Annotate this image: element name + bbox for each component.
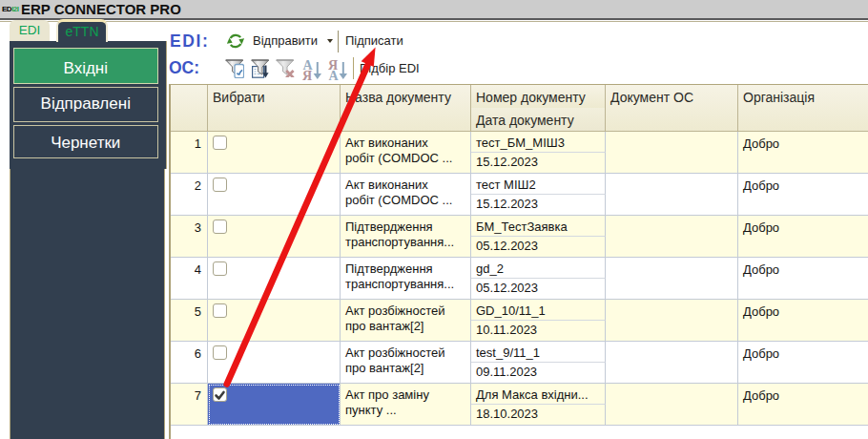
svg-text:А: А	[329, 69, 340, 81]
svg-text:Я: Я	[302, 69, 312, 81]
